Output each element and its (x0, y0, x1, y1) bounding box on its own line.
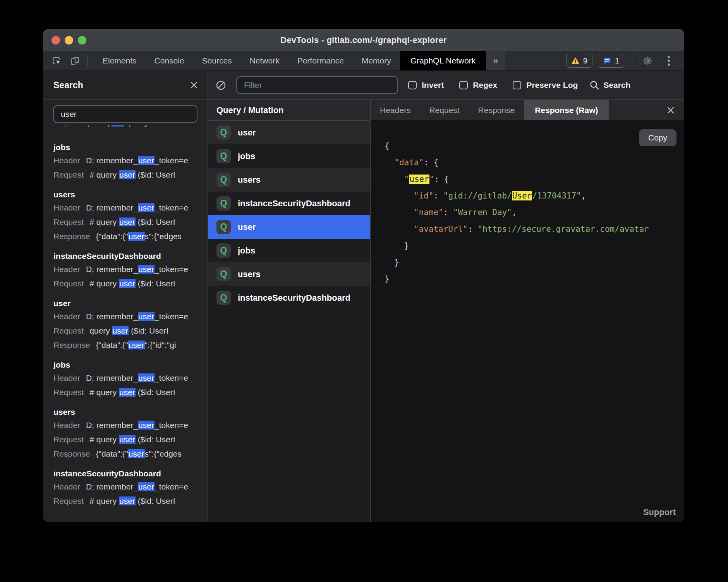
checkbox-preserve-log[interactable]: Preserve Log (513, 80, 578, 90)
query-row-user[interactable]: Quser (208, 121, 370, 144)
search-result-row[interactable]: Request# query user ($id: UserI (53, 276, 208, 291)
panels-row: Query / Mutation QuserQjobsQusersQinstan… (208, 100, 684, 522)
search-result-row[interactable]: Requestquery user ($id: UserI (53, 324, 208, 338)
warnings-badge[interactable]: 9 (566, 54, 592, 68)
search-result-row-clipped[interactable]: Response{"data":{"user":{"id":"gid (53, 125, 208, 135)
json-string: "https://secure.gravatar.com/avatar (477, 224, 649, 234)
checkbox-invert[interactable]: Invert (408, 80, 444, 90)
checkbox-box-regex[interactable] (459, 81, 468, 89)
tab-performance[interactable]: Performance (288, 51, 353, 70)
json-key: " (429, 175, 434, 184)
result-text: # query (89, 279, 119, 288)
query-row-users[interactable]: Qusers (208, 262, 370, 286)
zoom-window-button[interactable] (78, 36, 86, 45)
close-window-button[interactable] (52, 36, 60, 45)
search-group-title-jobs: jobs (53, 142, 208, 153)
search-group-title-user: user (53, 298, 208, 309)
detail-tab-response[interactable]: Response (469, 100, 524, 120)
minimize-window-button[interactable] (65, 36, 73, 45)
search-result-row[interactable]: Response{"data":{"user":{"id":"gi (53, 338, 208, 352)
gear-icon[interactable] (640, 53, 656, 68)
query-row-label: jobs (238, 246, 255, 256)
search-input-wrap (43, 100, 208, 125)
search-result-row[interactable]: Request# query user ($id: UserI (53, 494, 208, 508)
search-result-row[interactable]: Request# query user ($id: UserI (53, 432, 208, 447)
detail-tab-request[interactable]: Request (420, 100, 469, 120)
search-match-highlight: user (138, 373, 155, 382)
result-text: D; remember_ (86, 156, 138, 165)
tab-graphql-network[interactable]: GraphQL Network (400, 51, 486, 70)
tab-memory[interactable]: Memory (353, 51, 400, 70)
inspect-element-icon[interactable] (49, 53, 65, 68)
search-result-row[interactable]: Request# query user ($id: UserI (53, 168, 208, 182)
result-text: s":{"edges (145, 232, 182, 241)
result-row-label: Response (53, 232, 90, 241)
query-row-users[interactable]: Qusers (208, 168, 370, 192)
search-result-row[interactable]: Request# query user ($id: UserI (53, 215, 208, 229)
tab-sources[interactable]: Sources (193, 51, 241, 70)
network-search-toggle[interactable]: Search (589, 80, 630, 90)
query-row-jobs[interactable]: Qjobs (208, 239, 370, 262)
filter-input[interactable] (236, 76, 398, 94)
result-text: {"data":{" (96, 449, 128, 458)
query-rows: QuserQjobsQusersQinstanceSecurityDashboa… (208, 121, 370, 310)
search-input[interactable] (53, 105, 197, 123)
query-row-jobs[interactable]: Qjobs (208, 144, 370, 168)
detail-tab-response-raw[interactable]: Response (Raw) (524, 100, 609, 120)
search-match-highlight: user (138, 312, 155, 321)
search-result-row[interactable]: Request# query user ($id: UserI (53, 385, 208, 399)
result-row-label: Request (53, 435, 84, 444)
result-row-label: Response (53, 125, 81, 127)
json-key: "name" (414, 208, 443, 217)
search-result-row[interactable]: HeaderD; remember_user_token=e (53, 371, 208, 385)
result-text: # query (89, 496, 119, 505)
window-controls (52, 29, 86, 51)
detail-tab-headers[interactable]: Headers (371, 100, 420, 120)
query-row-instancesecuritydashboard[interactable]: QinstanceSecurityDashboard (208, 286, 370, 310)
search-match-highlight: user (128, 341, 145, 349)
json-punct: , (512, 208, 517, 217)
detail-tabs: HeadersRequestResponseResponse (Raw) (371, 100, 684, 121)
search-group-title-instancesecuritydashboard: instanceSecurityDashboard (53, 468, 208, 479)
result-text: D; remember_ (86, 373, 138, 382)
tab-elements[interactable]: Elements (94, 51, 146, 70)
search-result-row[interactable]: Response{"data":{"users":{"edges (53, 229, 208, 243)
kebab-menu-icon[interactable] (661, 53, 676, 68)
query-row-instancesecuritydashboard[interactable]: QinstanceSecurityDashboard (208, 192, 370, 215)
search-result-row[interactable]: HeaderD; remember_user_token=e (53, 200, 208, 215)
tab-console[interactable]: Console (146, 51, 193, 70)
search-result-row[interactable]: HeaderD; remember_user_token=e (53, 479, 208, 494)
json-punct (385, 208, 414, 217)
checkbox-label-preserve-log: Preserve Log (526, 80, 578, 90)
query-type-badge: Q (216, 291, 231, 305)
json-string: /13704317" (532, 191, 581, 200)
search-match-highlight: user (119, 279, 136, 288)
checkbox-regex[interactable]: Regex (459, 80, 497, 90)
search-result-row[interactable]: HeaderD; remember_user_token=e (53, 418, 208, 432)
search-result-row[interactable]: HeaderD; remember_user_token=e (53, 309, 208, 324)
checkbox-box-preserve-log[interactable] (513, 81, 521, 89)
query-type-badge: Q (216, 267, 231, 281)
more-tabs-button[interactable]: » (486, 51, 505, 70)
search-result-row[interactable]: HeaderD; remember_user_token=e (53, 153, 208, 168)
close-search-icon[interactable] (190, 81, 198, 89)
detail-panel: HeadersRequestResponseResponse (Raw) Cop… (371, 100, 684, 522)
json-punct (385, 224, 414, 234)
checkbox-box-invert[interactable] (408, 81, 417, 89)
close-detail-icon[interactable] (657, 100, 684, 120)
search-result-row[interactable]: HeaderD; remember_user_token=e (53, 262, 208, 276)
support-link[interactable]: Support (643, 507, 676, 517)
json-punct: : { (434, 175, 449, 184)
issues-badge[interactable]: 1 (598, 54, 624, 68)
tab-network[interactable]: Network (241, 51, 288, 70)
search-panel: Search Response{"data":{"user":{"id":"gi… (43, 71, 208, 522)
screen-background: DevTools - gitlab.com/-/graphql-explorer (0, 0, 728, 582)
clear-icon[interactable] (216, 80, 226, 91)
checkbox-label-regex: Regex (473, 80, 497, 90)
query-row-user-selected[interactable]: Quser (208, 215, 370, 239)
window-title: DevTools - gitlab.com/-/graphql-explorer (280, 35, 446, 45)
copy-button[interactable]: Copy (639, 129, 676, 146)
device-toolbar-icon[interactable] (67, 53, 82, 68)
search-result-row[interactable]: Response{"data":{"users":{"edges (53, 447, 208, 461)
result-row-label: Request (53, 388, 84, 397)
